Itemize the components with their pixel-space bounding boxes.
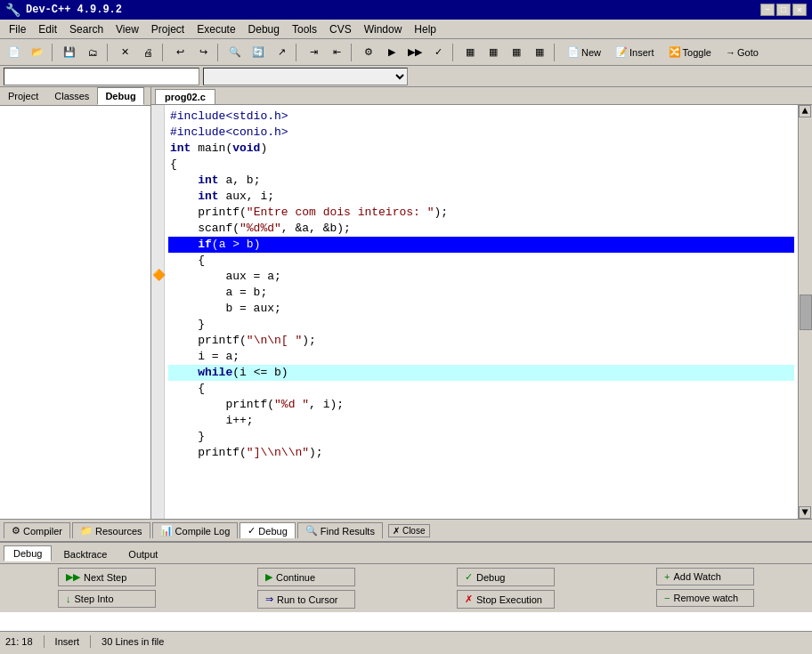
toolbar-grid3[interactable]: ▦ (506, 42, 527, 63)
close-button[interactable]: ✕ (792, 4, 807, 16)
toggle-icon: 🔀 (669, 46, 681, 58)
menu-item-view[interactable]: View (110, 21, 144, 37)
toolbar-save[interactable]: 💾 (59, 42, 80, 63)
code-content[interactable]: #include<stdio.h> #include<conio.h> int … (165, 105, 798, 464)
new-button[interactable]: 📄 New (561, 42, 607, 63)
editor-tabs: prog02.c (151, 87, 812, 105)
code-line-22: { (168, 381, 794, 397)
toolbar-undo[interactable]: ↩ (169, 42, 191, 63)
bottom-tab-findresults[interactable]: 🔍 Find Results (297, 522, 383, 538)
toolbar-indent[interactable]: ⇥ (303, 42, 324, 63)
code-line-10: scanf("%d%d", &a, &b); (168, 221, 794, 237)
bottom-tab-compilelog[interactable]: 📊 Compile Log (152, 522, 239, 538)
add-watch-icon: + (664, 571, 670, 582)
menu-item-tools[interactable]: Tools (287, 21, 322, 37)
toolbar-goto2[interactable]: ↗ (271, 42, 292, 63)
debug-arrow: 🔶 (152, 269, 166, 282)
editor-scrollbar[interactable]: ▲ ▼ (798, 105, 812, 519)
left-tabs: Project Classes Debug (0, 87, 150, 106)
file-search-input[interactable] (4, 68, 199, 85)
toggle-button[interactable]: 🔀 Toggle (662, 42, 718, 63)
goto-button[interactable]: → Goto (719, 42, 765, 63)
run-to-cursor-label: Run to Cursor (277, 594, 337, 605)
line-gutter: 🔶 (151, 105, 165, 519)
toolbar-sep-5 (296, 44, 299, 61)
menu-item-window[interactable]: Window (359, 21, 408, 37)
toolbar-check[interactable]: ✓ (427, 42, 449, 63)
goto-icon: → (726, 47, 735, 58)
continue-label: Continue (276, 572, 315, 583)
left-panel-content (0, 106, 150, 519)
toolbar-debug-run[interactable]: ▶▶ (404, 42, 426, 63)
debug-panel: Debug Backtrace Output ▶▶ Next Step ↓ St… (0, 542, 812, 631)
code-line-15: a = b; (168, 285, 794, 301)
toolbar-search[interactable]: 🔍 (224, 42, 246, 63)
debug-btn-group-1: ▶▶ Next Step ↓ Step Into (49, 568, 165, 609)
menu-item-help[interactable]: Help (409, 21, 442, 37)
toolbar-print[interactable]: 🖨 (137, 42, 158, 63)
code-line-12: if(a > b) (168, 237, 794, 253)
debug-subtab-backtrace[interactable]: Backtrace (53, 546, 117, 561)
toolbar-compile[interactable]: ⚙ (358, 42, 379, 63)
menu-item-debug[interactable]: Debug (243, 21, 285, 37)
findresults-label: Find Results (321, 526, 375, 537)
insert-button[interactable]: 📝 Insert (609, 42, 661, 63)
toolbar-close[interactable]: ✕ (114, 42, 135, 63)
toolbar-redo[interactable]: ↪ (192, 42, 214, 63)
bottom-tab-debug[interactable]: ✓ Debug (240, 522, 295, 538)
bottom-tab-close[interactable]: ✗ Close (388, 524, 430, 537)
code-line-14: aux = a; (168, 269, 794, 285)
add-watch-button[interactable]: + Add Watch (656, 568, 754, 585)
menu-bar: FileEditSearchViewProjectExecuteDebugToo… (0, 20, 812, 39)
code-line-1: #include<stdio.h> (168, 109, 794, 125)
debug-subtab-output[interactable]: Output (118, 546, 167, 561)
continue-button[interactable]: ▶ Continue (257, 568, 355, 586)
toolbar-new-file[interactable]: 📄 (4, 42, 25, 63)
toolbar-grid2[interactable]: ▦ (483, 42, 504, 63)
toolbar-run[interactable]: ▶ (381, 42, 402, 63)
stop-execution-button[interactable]: ✗ Stop Execution (457, 590, 555, 609)
scrollbar-down[interactable]: ▼ (799, 506, 811, 519)
run-to-cursor-button[interactable]: ⇒ Run to Cursor (257, 590, 355, 609)
bottom-tab-resources[interactable]: 📁 Resources (72, 522, 150, 538)
minimize-button[interactable]: − (760, 4, 775, 16)
toggle-label: Toggle (683, 47, 711, 58)
debug-icon: ✓ (465, 571, 473, 583)
toolbar-grid[interactable]: ▦ (459, 42, 481, 63)
bottom-tabs-bar: ⚙ Compiler 📁 Resources 📊 Compile Log ✓ D… (0, 519, 812, 542)
maximize-button[interactable]: □ (776, 4, 791, 16)
file-dropdown-select[interactable] (203, 68, 408, 85)
debug-button[interactable]: ✓ Debug (457, 568, 555, 586)
menu-item-cvs[interactable]: CVS (324, 21, 357, 37)
menu-item-project[interactable]: Project (146, 21, 190, 37)
remove-watch-button[interactable]: − Remove watch (656, 589, 754, 607)
editor-tab-prog02[interactable]: prog02.c (155, 89, 215, 104)
next-step-button[interactable]: ▶▶ Next Step (58, 568, 156, 586)
menu-item-execute[interactable]: Execute (191, 21, 240, 37)
toolbar-save-all[interactable]: 🗂 (82, 42, 103, 63)
step-into-icon: ↓ (66, 593, 71, 604)
bottom-tab-compiler[interactable]: ⚙ Compiler (4, 522, 70, 538)
menu-item-file[interactable]: File (4, 21, 31, 37)
left-tab-project[interactable]: Project (0, 87, 46, 105)
content-area: Project Classes Debug prog02.c 🔶 #includ… (0, 87, 812, 519)
step-into-button[interactable]: ↓ Step Into (58, 590, 156, 608)
scrollbar-up[interactable]: ▲ (799, 105, 811, 117)
toolbar-replace[interactable]: 🔄 (248, 42, 269, 63)
toolbar-format[interactable]: ⇤ (326, 42, 347, 63)
toolbar-open[interactable]: 📂 (27, 42, 48, 63)
left-tab-debug[interactable]: Debug (97, 87, 143, 105)
code-editor[interactable]: 🔶 #include<stdio.h> #include<conio.h> in… (151, 105, 812, 519)
code-container[interactable]: #include<stdio.h> #include<conio.h> int … (165, 105, 798, 519)
findresults-icon: 🔍 (305, 525, 318, 537)
code-line-4: int main(void) (168, 141, 794, 157)
compilelog-icon: 📊 (160, 525, 173, 537)
compiler-icon: ⚙ (12, 525, 20, 537)
toolbar-grid4[interactable]: ▦ (529, 42, 550, 63)
scrollbar-thumb[interactable] (800, 295, 812, 330)
menu-item-edit[interactable]: Edit (33, 21, 62, 37)
toolbar-sep-2 (107, 44, 110, 61)
debug-subtab-debug[interactable]: Debug (4, 545, 52, 561)
left-tab-classes[interactable]: Classes (46, 87, 97, 105)
menu-item-search[interactable]: Search (64, 21, 109, 37)
